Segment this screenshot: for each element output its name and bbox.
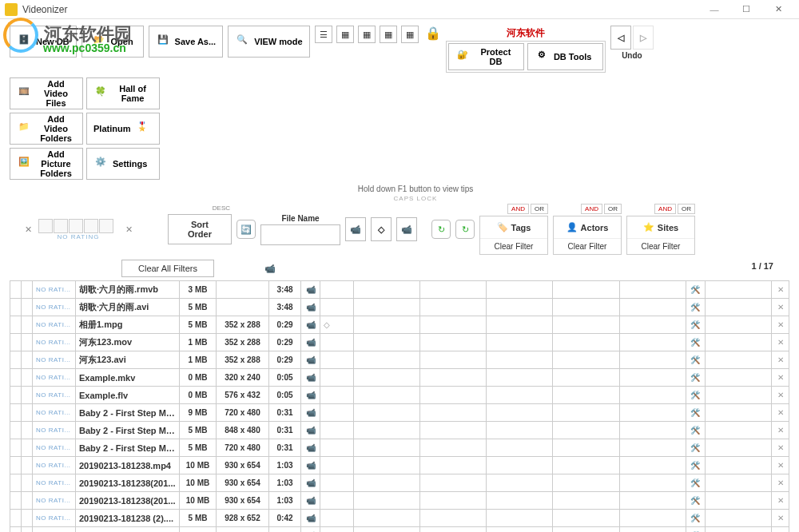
row-checkbox[interactable]	[10, 474, 22, 492]
rating-filter[interactable]	[38, 219, 118, 233]
row-flag[interactable]	[22, 404, 33, 422]
row-checkbox[interactable]	[10, 351, 22, 369]
close-button[interactable]: ✕	[762, 0, 794, 19]
tools-icon[interactable]: 🛠️	[686, 281, 705, 299]
clear-rating-icon[interactable]: ✕	[123, 224, 134, 235]
row-flag[interactable]	[22, 439, 33, 457]
row-flag[interactable]	[22, 457, 33, 474]
row-delete-icon[interactable]: ✕	[772, 404, 789, 422]
tools-icon[interactable]: 🛠️	[686, 492, 705, 510]
row-checkbox[interactable]	[10, 369, 22, 387]
row-delete-icon[interactable]: ✕	[772, 369, 789, 387]
row-delete-icon[interactable]: ✕	[772, 281, 789, 299]
row-rating[interactable]: NO RATING	[33, 422, 76, 439]
row-checkbox[interactable]	[10, 281, 22, 299]
row-flag[interactable]	[22, 387, 33, 404]
row-flag[interactable]	[22, 510, 33, 527]
view-list-icon[interactable]: ☰	[315, 26, 332, 43]
table-row[interactable]: NO RATING河东123.mov1 MB352 x 2880:29📹🛠️✕	[10, 334, 789, 351]
table-row[interactable]: NO RATING河东123.avi1 MB352 x 2880:29📹🛠️✕	[10, 351, 789, 369]
row-checkbox[interactable]	[10, 316, 22, 334]
row-checkbox[interactable]	[10, 492, 22, 510]
tools-icon[interactable]: 🛠️	[686, 527, 705, 533]
view-grid1-icon[interactable]: ▦	[336, 26, 354, 43]
row-delete-icon[interactable]: ✕	[772, 457, 789, 474]
row-delete-icon[interactable]: ✕	[772, 316, 789, 334]
new-db-button[interactable]: 🗄️New DB	[10, 26, 77, 58]
table-row[interactable]: NO RATINGBaby 2 - First Step Main...5 MB…	[10, 439, 789, 457]
clear-tags-filter[interactable]: Clear Filter	[480, 239, 547, 254]
row-flag[interactable]	[22, 492, 33, 510]
row-flag[interactable]	[22, 334, 33, 351]
row-rating[interactable]: NO RATING	[33, 281, 76, 299]
camera-icon[interactable]: 📹	[301, 510, 320, 527]
row-checkbox[interactable]	[10, 457, 22, 474]
minimize-button[interactable]: —	[698, 0, 730, 19]
camera-icon[interactable]: 📹	[301, 474, 320, 492]
camera-icon[interactable]: 📹	[301, 457, 320, 474]
maximize-button[interactable]: ☐	[730, 0, 762, 19]
add-video-folders-button[interactable]: 📁Add Video Folders	[10, 113, 83, 145]
cancel-icon[interactable]: ✕	[22, 224, 34, 235]
row-rating[interactable]: NO RATING	[33, 439, 76, 457]
db-tools-button[interactable]: ⚙DB Tools	[527, 43, 603, 70]
row-rating[interactable]: NO RATING	[33, 369, 76, 387]
filter-diamond-icon[interactable]: ◇	[371, 217, 392, 241]
tools-icon[interactable]: 🛠️	[686, 404, 705, 422]
row-rating[interactable]: NO RATING	[33, 527, 76, 533]
camera-icon[interactable]: 📹	[301, 404, 320, 422]
row-delete-icon[interactable]: ✕	[772, 299, 789, 316]
row-rating[interactable]: NO RATING	[33, 316, 76, 334]
camera-icon[interactable]: 📹	[301, 387, 320, 404]
sites-filter-button[interactable]: ⭐Sites	[627, 216, 694, 239]
row-checkbox[interactable]	[10, 439, 22, 457]
clear-actors-filter[interactable]: Clear Filter	[554, 239, 621, 254]
view-grid4-icon[interactable]: ▦	[401, 26, 419, 43]
row-flag[interactable]	[22, 422, 33, 439]
tags-filter-button[interactable]: 🏷️Tags	[480, 216, 547, 239]
row-rating[interactable]: NO RATING	[33, 474, 76, 492]
tools-icon[interactable]: 🛠️	[686, 439, 705, 457]
undo-fwd-icon[interactable]: ▷	[633, 26, 654, 50]
table-row[interactable]: NO RATINGBaby 2 - First Step Main...5 MB…	[10, 422, 789, 439]
row-rating[interactable]: NO RATING	[33, 334, 76, 351]
sort-order-button[interactable]: Sort Order	[168, 214, 232, 244]
row-checkbox[interactable]	[10, 527, 22, 533]
row-checkbox[interactable]	[10, 404, 22, 422]
table-row[interactable]: NO RATING20190213-181238.mp410 MB930 x 6…	[10, 457, 789, 474]
table-row[interactable]: NO RATING胡歌·六月的雨.avi5 MB3:48📹🛠️✕	[10, 299, 789, 316]
table-row[interactable]: NO RATING相册1.mpg5 MB352 x 2880:29📹◇🛠️✕	[10, 316, 789, 334]
table-row[interactable]: NO RATINGExample.flv0 MB576 x 4320:05📹🛠️…	[10, 387, 789, 404]
protect-db-button[interactable]: 🔐Protect DB	[448, 43, 524, 70]
platinum-button[interactable]: Platinum🎖️	[86, 113, 160, 145]
table-row[interactable]: NO RATING20190213-181238 (2)....5 MB928 …	[10, 510, 789, 527]
row-rating[interactable]: NO RATING	[33, 351, 76, 369]
camera-icon[interactable]: 📹	[301, 439, 320, 457]
row-checkbox[interactable]	[10, 510, 22, 527]
camera-icon[interactable]: 📹	[301, 527, 320, 533]
table-row[interactable]: NO RATING20190213-181024.mp411 MB1060 x …	[10, 527, 789, 533]
camera-icon[interactable]: 📹	[301, 334, 320, 351]
row-flag[interactable]	[22, 316, 33, 334]
filter-cam1-icon[interactable]: 📹	[345, 217, 366, 241]
row-delete-icon[interactable]: ✕	[772, 422, 789, 439]
tools-icon[interactable]: 🛠️	[686, 299, 705, 316]
camera-icon[interactable]: 📹	[301, 369, 320, 387]
table-row[interactable]: NO RATINGExample.mkv0 MB320 x 2400:05📹🛠️…	[10, 369, 789, 387]
camera-icon[interactable]: 📹	[301, 422, 320, 439]
refresh2-icon[interactable]: ↻	[455, 220, 475, 239]
camera-icon[interactable]: 📹	[301, 281, 320, 299]
camera-icon[interactable]: 📹	[301, 316, 320, 334]
row-delete-icon[interactable]: ✕	[772, 334, 789, 351]
row-checkbox[interactable]	[10, 422, 22, 439]
clear-sites-filter[interactable]: Clear Filter	[627, 239, 694, 254]
refresh1-icon[interactable]: ↻	[431, 220, 451, 239]
view-grid3-icon[interactable]: ▦	[380, 26, 397, 43]
table-row[interactable]: NO RATINGBaby 2 - First Step Main...9 MB…	[10, 404, 789, 422]
table-row[interactable]: NO RATING20190213-181238(201...10 MB930 …	[10, 492, 789, 510]
undo-back-icon[interactable]: ◁	[610, 26, 631, 50]
row-delete-icon[interactable]: ✕	[772, 474, 789, 492]
row-flag[interactable]	[22, 351, 33, 369]
tools-icon[interactable]: 🛠️	[686, 334, 705, 351]
row-flag[interactable]	[22, 281, 33, 299]
